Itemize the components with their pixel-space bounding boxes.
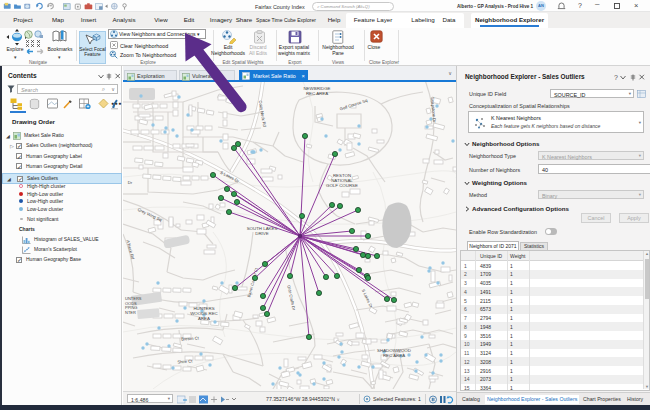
svg-text:NEWBRIDGEREC AREA: NEWBRIDGEREC AREA [303, 86, 330, 96]
svg-text:Dr: Dr [128, 180, 133, 185]
svg-text:?: ? [614, 74, 618, 81]
